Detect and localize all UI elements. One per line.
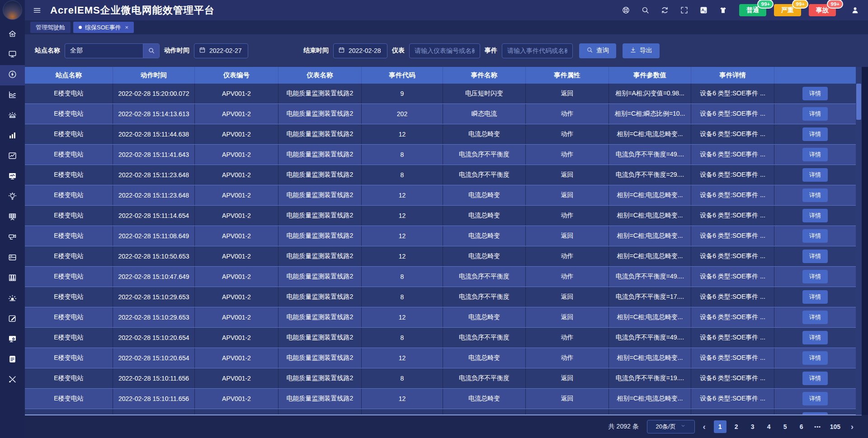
menu-toggle-button[interactable] [29, 3, 45, 18]
refresh-icon[interactable] [660, 5, 670, 15]
sidebar-item-home[interactable] [0, 24, 25, 45]
cell-动作时间: 2022-02-28 15:11:44.638 [113, 124, 195, 144]
cell-actions: 详情 [774, 368, 856, 388]
export-button[interactable]: 导出 [623, 43, 660, 58]
service-icon[interactable] [621, 5, 631, 15]
detail-button[interactable]: 详情 [802, 351, 828, 365]
cell-事件参数值: 相别=C相;电流总畸变... [609, 206, 691, 226]
cell-站点名称: E楼变电站 [25, 124, 113, 144]
detail-button[interactable]: 详情 [802, 127, 828, 141]
column-header-仪表名称: 仪表名称 [278, 67, 362, 84]
page-title: AcrelEMS企业微电网能效管理平台 [50, 4, 215, 17]
sidebar-item-device-card[interactable] [0, 248, 25, 268]
cell-仪表名称: 电能质量监测装置线路2 [278, 145, 362, 165]
theme-icon[interactable] [718, 5, 728, 15]
detail-button[interactable]: 详情 [802, 107, 828, 121]
cell-事件代码: 12 [362, 185, 443, 205]
cell-仪表名称: 电能质量监测装置线路2 [278, 185, 362, 205]
alarm-summary-group: 普通99+严重99+事故99+ [739, 4, 836, 16]
cell-仪表名称: 电能质量监测装置线路2 [278, 104, 362, 124]
cell-动作时间: 2022-02-28 15:11:14.654 [113, 206, 195, 226]
tab-close-icon[interactable]: × [125, 24, 128, 31]
tab-综保SOE事件[interactable]: 综保SOE事件× [73, 22, 134, 33]
alarm-button-事故[interactable]: 事故99+ [809, 4, 836, 16]
table-row: E楼变电站2022-02-28 15:10:20.654APV001-2电能质量… [25, 348, 856, 368]
meter-input[interactable] [410, 47, 480, 54]
alarm-button-普通[interactable]: 普通99+ [739, 4, 766, 16]
page-button-105[interactable]: 105 [828, 420, 843, 433]
detail-button[interactable]: 详情 [802, 270, 828, 283]
avatar[interactable] [3, 0, 22, 20]
page-button-6[interactable]: 6 [795, 420, 808, 433]
cell-仪表名称: 电能质量监测装置线路2 [278, 287, 362, 307]
sidebar-item-bar-chart[interactable] [0, 126, 25, 146]
tab-管理驾驶舱[interactable]: 管理驾驶舱 [30, 22, 71, 33]
sidebar-item-trend-chart[interactable] [0, 146, 25, 167]
cell-事件名称: 电压短时闪变 [443, 84, 526, 104]
page-button-3[interactable]: 3 [746, 420, 759, 433]
sidebar-item-solar-panel[interactable] [0, 207, 25, 228]
detail-button[interactable]: 详情 [802, 392, 828, 405]
sidebar-item-edit[interactable] [0, 309, 25, 330]
next-page-button[interactable]: › [846, 420, 858, 433]
sidebar-item-energy[interactable] [0, 65, 25, 85]
solar-panel-icon [8, 212, 17, 223]
start-date-picker[interactable]: 2022-02-27 [194, 43, 248, 58]
sidebar-item-alarm[interactable] [0, 106, 25, 126]
translate-icon[interactable]: A文 [698, 5, 708, 15]
detail-button[interactable]: 详情 [802, 372, 828, 385]
active-tab-dot [79, 26, 82, 29]
detail-button[interactable]: 详情 [802, 331, 828, 344]
page-button-2[interactable]: 2 [730, 420, 743, 433]
user-icon[interactable] [850, 5, 860, 15]
sidebar-item-archive[interactable] [0, 268, 25, 289]
sidebar-item-bulb[interactable] [0, 187, 25, 207]
cell-事件代码: 8 [362, 145, 443, 165]
page-size-select[interactable]: 20条/页 [647, 420, 695, 433]
sidebar-item-camera[interactable] [0, 228, 25, 248]
cell-actions: 详情 [774, 145, 856, 165]
cell-actions: 详情 [774, 287, 856, 307]
search-icon[interactable] [640, 5, 650, 15]
cell-事件属性: 动作 [526, 104, 609, 124]
detail-button[interactable]: 详情 [802, 311, 828, 324]
site-search-button[interactable] [143, 44, 159, 58]
prev-page-button[interactable]: ‹ [698, 420, 710, 433]
page-button-4[interactable]: 4 [763, 420, 775, 433]
sidebar-item-beacon[interactable] [0, 289, 25, 309]
detail-button[interactable]: 详情 [802, 188, 828, 202]
search-icon [586, 47, 593, 55]
sidebar-item-monitor[interactable] [0, 45, 25, 65]
beacon-icon [8, 293, 17, 305]
detail-button[interactable]: 详情 [802, 229, 828, 243]
sidebar-item-document[interactable] [0, 350, 25, 370]
end-date-picker[interactable]: 2022-02-28 [333, 43, 387, 58]
cell-仪表名称: 电能质量监测装置线路2 [278, 328, 362, 348]
site-name-input[interactable] [65, 47, 143, 54]
sidebar-item-curve-chart[interactable] [0, 85, 25, 106]
query-button[interactable]: 查询 [579, 43, 616, 58]
detail-button[interactable]: 详情 [802, 168, 828, 182]
end-date-value: 2022-02-28 [349, 47, 381, 54]
cell-actions: 详情 [774, 104, 856, 124]
detail-button[interactable]: 详情 [802, 290, 828, 304]
page-button-5[interactable]: 5 [779, 420, 792, 433]
table-scrollbar[interactable] [856, 67, 862, 415]
table-row: E楼变电站2022-02-28 15:11:23.648APV001-2电能质量… [25, 185, 856, 206]
alarm-button-严重[interactable]: 严重99+ [774, 4, 801, 16]
detail-button[interactable]: 详情 [802, 250, 828, 263]
scrollbar-thumb[interactable] [856, 84, 861, 120]
detail-button[interactable]: 详情 [802, 87, 828, 100]
alarm-label: 严重 [781, 6, 794, 14]
detail-button[interactable]: 详情 [802, 209, 828, 222]
cell-actions: 详情 [774, 389, 856, 409]
sidebar-item-screen-chart[interactable] [0, 167, 25, 187]
detail-button[interactable]: 详情 [802, 148, 828, 161]
sidebar-item-tools[interactable] [0, 370, 25, 391]
bar-chart-icon [8, 131, 17, 142]
fullscreen-icon[interactable] [679, 5, 689, 15]
page-button-1[interactable]: 1 [714, 420, 726, 433]
sidebar-item-screen-settings[interactable] [0, 330, 25, 350]
event-input[interactable] [502, 47, 572, 54]
cell-actions: 详情 [774, 84, 856, 104]
